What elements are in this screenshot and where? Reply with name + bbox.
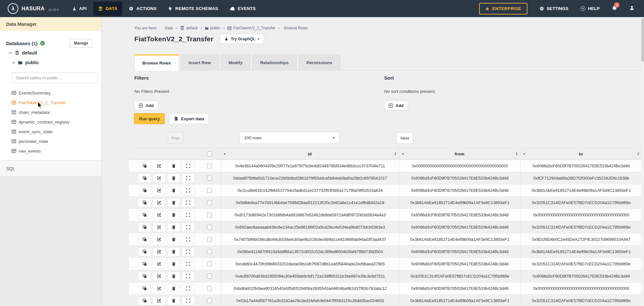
edit-row-button[interactable]: [153, 272, 166, 281]
chevron-down-icon[interactable]: [8, 51, 12, 55]
clone-row-button[interactable]: [138, 198, 151, 207]
delete-row-button[interactable]: [167, 272, 180, 281]
breadcrumb-item-browse-rows[interactable]: Browse Rows: [282, 26, 308, 30]
row-checkbox[interactable]: [207, 212, 212, 217]
run-query-button[interactable]: Run query: [134, 113, 165, 124]
settings-button[interactable]: ⚙ SETTINGS: [540, 6, 568, 11]
scrollbar-thumb[interactable]: [641, 18, 644, 62]
edit-row-button[interactable]: [153, 223, 166, 232]
edit-row-button[interactable]: [153, 284, 166, 293]
breadcrumb-item-data[interactable]: Data: [163, 26, 173, 30]
sidebar-item-sql[interactable]: SQL: [0, 160, 101, 177]
edit-row-button[interactable]: [153, 162, 166, 171]
next-page-button[interactable]: Next: [396, 132, 413, 144]
sidebar-table-item-FiatTokenV2_2_Transfer[interactable]: FiatTokenV2_2_Transfer: [12, 98, 99, 107]
row-checkbox[interactable]: [207, 298, 212, 303]
manage-button[interactable]: Manage: [70, 39, 92, 48]
chevron-down-icon[interactable]: [12, 61, 15, 64]
nav-item-data[interactable]: DATA: [93, 2, 122, 16]
tab-relationships[interactable]: Relationships: [252, 54, 297, 71]
expand-row-button[interactable]: [182, 174, 194, 183]
tree-item-default-db[interactable]: default: [8, 50, 37, 55]
clone-row-button[interactable]: [138, 174, 151, 183]
expand-row-button[interactable]: [182, 247, 194, 256]
export-data-button[interactable]: Export data: [169, 113, 209, 124]
sidebar-table-item-dynamic_contract_registry[interactable]: dynamic_contract_registry: [12, 117, 99, 127]
try-graphql-button[interactable]: Try GraphQL ▾: [220, 34, 264, 44]
clone-row-button[interactable]: [138, 284, 151, 293]
delete-row-button[interactable]: [167, 174, 180, 183]
sidebar-table-item-persisted_state[interactable]: persisted_state: [12, 136, 99, 146]
expand-row-button[interactable]: [182, 162, 194, 171]
clone-row-button[interactable]: [138, 162, 151, 171]
row-checkbox[interactable]: [207, 237, 212, 242]
expand-row-button[interactable]: [182, 211, 194, 220]
sort-arrows-icon[interactable]: ▲▼: [637, 152, 639, 156]
tab-browse-rows[interactable]: Browse Rows: [134, 54, 179, 71]
breadcrumb-item-default[interactable]: default: [180, 26, 198, 30]
edit-row-button[interactable]: [153, 235, 166, 244]
delete-row-button[interactable]: [167, 247, 180, 256]
sort-arrows-icon[interactable]: ▲▼: [516, 152, 518, 156]
rows-per-page-select[interactable]: 100 rows ▾: [239, 132, 339, 144]
sort-arrows-icon[interactable]: ▲▼: [394, 152, 396, 156]
row-checkbox[interactable]: [207, 225, 212, 230]
expand-row-button[interactable]: [182, 198, 194, 207]
clone-row-button[interactable]: [138, 247, 151, 256]
row-checkbox[interactable]: [207, 274, 212, 279]
expand-row-button[interactable]: [182, 223, 194, 232]
expand-row-button[interactable]: [182, 186, 194, 195]
delete-row-button[interactable]: [167, 223, 180, 232]
notifications-button[interactable]: 1: [612, 5, 617, 12]
sidebar-table-item-EventsSummary[interactable]: EventsSummary: [12, 88, 99, 98]
breadcrumb-item-fiattokenv2_2_transfer[interactable]: FiatTokenV2_2_Transfer: [227, 26, 275, 30]
edit-row-button[interactable]: [153, 211, 166, 220]
prev-page-button[interactable]: Prev: [168, 132, 183, 144]
row-checkbox[interactable]: [207, 188, 212, 193]
expand-row-button[interactable]: [182, 284, 194, 293]
expand-row-button[interactable]: [182, 296, 194, 305]
nav-item-events[interactable]: EVENTS: [225, 2, 261, 16]
clone-row-button[interactable]: [138, 296, 151, 305]
delete-row-button[interactable]: [167, 198, 180, 207]
search-tables-input[interactable]: [12, 73, 98, 83]
nav-item-api[interactable]: API: [68, 2, 91, 16]
clone-row-button[interactable]: [138, 260, 151, 269]
row-checkbox[interactable]: [207, 200, 212, 205]
tab-permissions[interactable]: Permissions: [298, 54, 340, 71]
sidebar-table-item-chain_metadata[interactable]: chain_metadata: [12, 107, 99, 117]
expand-row-button[interactable]: [182, 235, 194, 244]
delete-row-button[interactable]: [167, 296, 180, 305]
breadcrumb-item-public[interactable]: public: [205, 26, 220, 30]
clone-row-button[interactable]: [138, 211, 151, 220]
enterprise-button[interactable]: ★ ENTERPRISE: [479, 3, 527, 15]
clone-row-button[interactable]: [138, 235, 151, 244]
expand-row-button[interactable]: [182, 272, 194, 281]
row-checkbox[interactable]: [207, 262, 212, 266]
select-all-checkbox[interactable]: [207, 152, 212, 156]
delete-row-button[interactable]: [167, 235, 180, 244]
edit-row-button[interactable]: [153, 247, 166, 256]
clone-row-button[interactable]: [138, 223, 151, 232]
tab-insert-row[interactable]: Insert Row: [181, 54, 219, 71]
sidebar-table-item-raw_events[interactable]: raw_events: [12, 146, 99, 156]
clone-row-button[interactable]: [138, 186, 151, 195]
nav-item-remote-schemas[interactable]: REMOTE SCHEMAS: [163, 2, 223, 16]
nav-item-actions[interactable]: ⚙ ACTIONS: [124, 2, 162, 16]
help-button[interactable]: ? HELP: [581, 6, 600, 11]
brand[interactable]: λ HASURA v2.23.0: [0, 3, 66, 14]
row-checkbox[interactable]: [207, 176, 212, 181]
delete-row-button[interactable]: [167, 162, 180, 171]
delete-row-button[interactable]: [167, 260, 180, 269]
row-checkbox[interactable]: [207, 163, 212, 168]
page-scrollbar[interactable]: [641, 17, 644, 306]
delete-row-button[interactable]: [167, 211, 180, 220]
add-filter-button[interactable]: Add: [134, 101, 158, 110]
user-menu-button[interactable]: [630, 5, 634, 12]
edit-row-button[interactable]: [153, 296, 166, 305]
delete-row-button[interactable]: [167, 284, 180, 293]
clone-row-button[interactable]: [138, 272, 151, 281]
sidebar-table-item-event_sync_state[interactable]: event_sync_state: [12, 127, 99, 136]
delete-row-button[interactable]: [167, 186, 180, 195]
tree-item-public-schema[interactable]: public: [12, 60, 39, 65]
